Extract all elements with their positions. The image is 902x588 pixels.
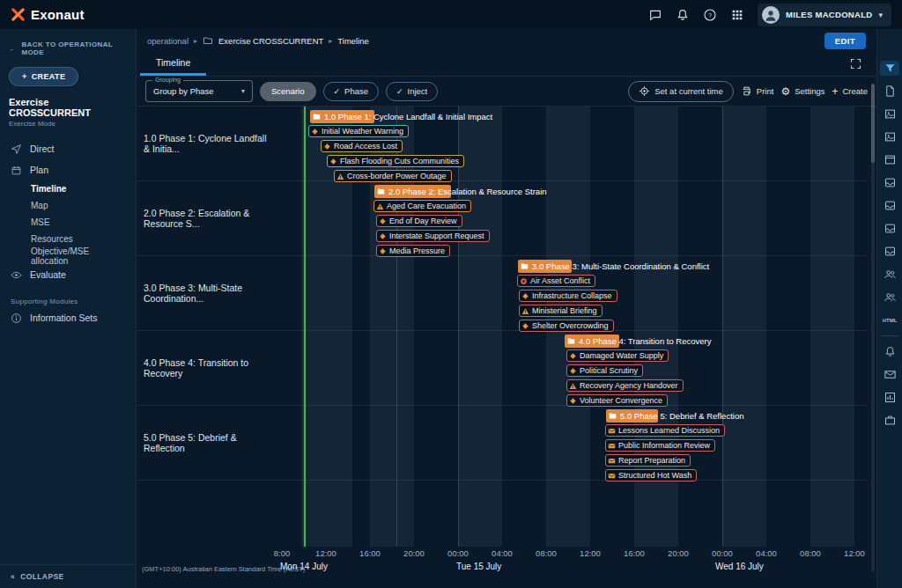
phase-bar[interactable]: 2.0 Phase 2: Escalation & Resource Strai…: [374, 185, 547, 198]
scrollbar-thumb[interactable]: [871, 84, 875, 163]
inject-chip[interactable]: Initial Weather Warning: [308, 125, 409, 137]
inject-chip[interactable]: Damaged Water Supply: [566, 349, 669, 362]
back-arrow-icon: ←: [9, 45, 16, 53]
sidebar-item-label: Resources: [31, 234, 73, 244]
phase-filter-chip[interactable]: ✓ Phase: [323, 82, 379, 101]
inject-chip[interactable]: Structured Hot Wash: [605, 469, 697, 481]
sidebar-item-evaluate[interactable]: Evaluate: [0, 264, 136, 285]
inject-chip[interactable]: Shelter Overcrowding: [519, 320, 614, 332]
edit-button[interactable]: EDIT: [824, 33, 866, 49]
filter-icon[interactable]: [880, 61, 899, 76]
apps-grid-icon[interactable]: [730, 8, 744, 22]
card-icon[interactable]: [880, 152, 899, 167]
notifications-bell-icon[interactable]: [676, 8, 690, 22]
plus-icon: +: [22, 72, 27, 81]
inject-chip[interactable]: Interstate Support Request: [376, 230, 490, 242]
diamond-icon: [521, 322, 529, 330]
inject-chip[interactable]: Media Pressure: [376, 245, 450, 257]
check-icon: ✓: [334, 87, 341, 96]
archive-icon[interactable]: [880, 175, 899, 190]
users-icon[interactable]: [880, 267, 899, 282]
sidebar-item-label: Objective/MSE allocation: [31, 246, 125, 266]
sidebar-item-direct[interactable]: Direct: [0, 138, 136, 159]
diamond-icon: [569, 397, 577, 405]
sidebar-item-map[interactable]: Map: [0, 197, 136, 214]
document-icon[interactable]: [880, 84, 899, 99]
sidebar-item-information-sets[interactable]: Information Sets: [0, 307, 136, 328]
media-icon[interactable]: [880, 129, 899, 144]
scenario-button[interactable]: Scenario: [260, 82, 316, 101]
inject-chip[interactable]: Lessons Learned Discussion: [605, 424, 725, 437]
diamond-icon: [379, 247, 387, 255]
chevron-down-icon: ▾: [878, 11, 883, 19]
create-button[interactable]: + CREATE: [9, 67, 78, 86]
diamond-icon: [329, 158, 337, 165]
create-label: Create: [842, 86, 868, 96]
html-icon[interactable]: HTML: [880, 312, 899, 327]
user-menu[interactable]: MILES MACDONALD ▾: [758, 4, 891, 26]
inject-chip[interactable]: Political Scrutiny: [566, 364, 643, 377]
grouping-select-value: Group by Phase: [153, 86, 241, 96]
app-logo[interactable]: Exonaut: [11, 7, 85, 22]
users-icon[interactable]: [880, 290, 899, 305]
fullscreen-icon[interactable]: [849, 57, 862, 70]
back-to-operational-mode-button[interactable]: ← BACK TO OPERATIONAL MODE: [0, 29, 136, 59]
inject-filter-label: Inject: [408, 86, 428, 96]
phase-bar[interactable]: 5.0 Phase 5: Debrief & Reflection: [606, 409, 743, 423]
phase-bar[interactable]: 3.0 Phase 3: Multi-State Coordination & …: [518, 260, 709, 273]
mail-icon[interactable]: [880, 367, 899, 382]
breadcrumb-operational[interactable]: operational: [147, 36, 189, 46]
breadcrumb-exercise[interactable]: Exercise CROSSCURRENT: [218, 36, 323, 46]
bell-icon[interactable]: [880, 344, 899, 359]
inject-chip[interactable]: Report Preparation: [605, 454, 691, 467]
check-icon: ✓: [396, 87, 403, 96]
collapse-sidebar-button[interactable]: « COLLAPSE: [0, 564, 136, 588]
chat-icon[interactable]: [648, 8, 662, 22]
inject-label: Structured Hot Wash: [618, 471, 691, 480]
inject-chip[interactable]: End of Day Review: [376, 215, 462, 227]
phase-bar[interactable]: 4.0 Phase 4: Transition to Recovery: [565, 334, 712, 348]
envelope-icon: [608, 442, 616, 450]
sidebar-item-timeline[interactable]: Timeline: [0, 180, 136, 197]
sidebar-item-label: MSE: [31, 217, 50, 227]
inject-chip[interactable]: Flash Flooding Cuts Communities: [327, 155, 464, 167]
vertical-scrollbar[interactable]: [871, 84, 875, 572]
inject-chip[interactable]: Ministerial Briefing: [519, 305, 603, 317]
inject-chip[interactable]: Public Information Review: [605, 439, 715, 452]
inject-chip[interactable]: Volunteer Convergence: [566, 394, 668, 407]
create-inject-button[interactable]: + Create: [832, 86, 868, 97]
grouping-select[interactable]: Grouping Group by Phase ▾: [145, 80, 253, 102]
phase-bar[interactable]: 1.0 Phase 1: Cyclone Landfall & Initial …: [310, 110, 492, 123]
set-at-current-time-button[interactable]: Set at current time: [628, 81, 734, 102]
sidebar-item-resources[interactable]: Resources: [0, 231, 136, 247]
briefcase-icon[interactable]: [880, 413, 899, 428]
current-time-line[interactable]: [304, 107, 306, 547]
envelope-icon: [608, 427, 616, 435]
help-icon[interactable]: ?: [703, 8, 717, 22]
tab-timeline[interactable]: Timeline: [140, 52, 206, 76]
phase-bar-label: 4.0 Phase 4: Transition to Recovery: [565, 336, 712, 346]
time-axis: 8:0012:0016:0020:0000:0004:0008:0012:001…: [137, 547, 876, 560]
archive-icon[interactable]: [880, 198, 899, 213]
inject-filter-chip[interactable]: ✓ Inject: [386, 82, 438, 101]
sidebar-item-plan[interactable]: Plan: [0, 159, 136, 180]
inject-chip[interactable]: Recovery Agency Handover: [566, 379, 684, 392]
calendar-icon: [11, 165, 22, 176]
archive-icon[interactable]: [880, 221, 899, 236]
inject-chip[interactable]: Cross-border Power Outage: [334, 170, 452, 182]
chart-icon[interactable]: [880, 390, 899, 405]
inject-chip[interactable]: Aged Care Evacuation: [373, 200, 471, 212]
breadcrumb-separator-icon: ▸: [329, 37, 332, 45]
settings-button[interactable]: ⚙ Settings: [780, 86, 824, 97]
print-button[interactable]: Print: [741, 85, 774, 97]
sidebar-item-mse[interactable]: MSE: [0, 214, 136, 231]
inject-chip[interactable]: Air Asset Conflict: [517, 275, 595, 287]
inject-label: End of Day Review: [389, 217, 457, 225]
archive-icon[interactable]: [880, 244, 899, 259]
inject-chip[interactable]: Infrastructure Collapse: [519, 290, 617, 302]
image-icon[interactable]: [880, 107, 899, 121]
diamond-icon: [379, 217, 387, 225]
sidebar-item-objective-mse-allocation[interactable]: Objective/MSE allocation: [0, 247, 136, 264]
inject-chip[interactable]: Road Access Lost: [321, 140, 403, 152]
warning-icon: [569, 382, 577, 390]
